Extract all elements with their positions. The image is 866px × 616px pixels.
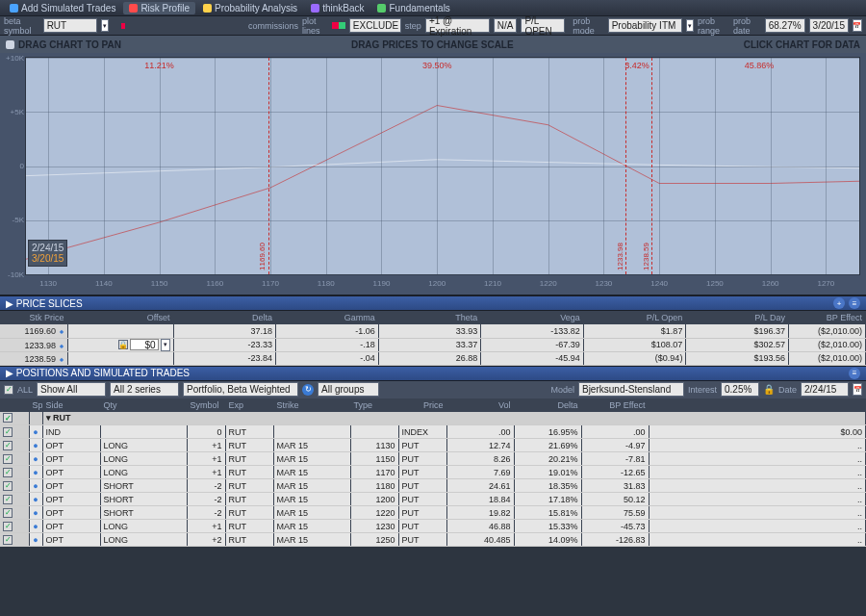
x-tick: 1240 (650, 279, 668, 288)
offset-input[interactable] (130, 339, 159, 350)
col-vega[interactable]: Vega (481, 311, 584, 324)
price-slices-header[interactable]: ▶ PRICE SLICES +≡ (0, 295, 866, 311)
dot-icon[interactable]: ● (29, 439, 42, 452)
beta-symbol-input[interactable]: RUT (43, 18, 97, 33)
x-tick: 1140 (95, 279, 113, 288)
col-offset[interactable]: Offset (67, 311, 173, 324)
probdate-dropdown[interactable]: 📅 (853, 19, 862, 32)
slice-row[interactable]: 1238.59 ⬥-23.84-.0426.88-45.94($0.94)$19… (0, 351, 866, 365)
plopen-select[interactable]: P/L OPEN (521, 18, 565, 33)
refresh-icon[interactable]: ↻ (302, 384, 314, 396)
probrange-label: prob range (698, 16, 729, 36)
beta-symbol-dropdown[interactable]: ▾ (101, 19, 109, 32)
row-check[interactable]: ✓ (3, 495, 13, 504)
pcol-Price[interactable]: Price (398, 398, 446, 412)
position-row[interactable]: ✓●OPTSHORT-2RUTMAR 151220PUT19.8215.81%7… (0, 506, 866, 520)
lock-icon[interactable]: 🔒 (763, 384, 775, 395)
row-check[interactable]: ✓ (3, 468, 13, 477)
col-theta[interactable]: Theta (378, 311, 481, 324)
tab-probability-analysis[interactable]: Probability Analysis (197, 2, 303, 14)
add-slice-icon[interactable]: + (833, 297, 845, 309)
col-bp-effect[interactable]: BP Effect (789, 311, 866, 324)
date-dropdown[interactable]: 📅 (853, 383, 862, 396)
plotlines-select[interactable]: EXCLUDE (349, 18, 401, 33)
position-row[interactable]: ✓●OPTLONG+1RUTMAR 151130PUT12.7421.69%-4… (0, 439, 866, 452)
symbol-row[interactable]: ✓▾ RUT (0, 412, 866, 425)
date-input[interactable]: 2/24/15 (801, 382, 849, 397)
tab-thinkback[interactable]: thinkBack (305, 2, 369, 14)
col-delta[interactable]: Delta (173, 311, 276, 324)
position-row[interactable]: ✓●OPTSHORT-2RUTMAR 151200PUT18.8417.18%5… (0, 493, 866, 506)
breakeven-label: 1233.98 (616, 243, 624, 270)
dot-icon[interactable]: ● (29, 479, 42, 493)
beta-symbol-label: beta symbol (4, 16, 39, 36)
interest-input[interactable]: 0.25% (721, 382, 759, 397)
pcol-Symbol[interactable]: Symbol (187, 398, 225, 412)
pcol-Qty[interactable]: Qty (100, 398, 187, 412)
link-icon[interactable] (121, 23, 126, 29)
interest-label: Interest (688, 385, 717, 395)
dot-icon[interactable]: ● (29, 493, 42, 506)
step-select[interactable]: +1 @ Expiration (425, 18, 490, 33)
col-p-l-open[interactable]: P/L Open (583, 311, 686, 324)
probmode-dropdown[interactable]: ▾ (686, 19, 694, 32)
pcol-BP Effect[interactable]: BP Effect (581, 398, 649, 412)
tab-risk-profile[interactable]: Risk Profile (123, 2, 195, 14)
position-row[interactable]: ✓●OPTLONG+2RUTMAR 151250PUT40.48514.09%-… (0, 533, 866, 547)
position-row[interactable]: ✓●IND0RUTINDEX.0016.95%.00$0.00 (0, 425, 866, 439)
probrange-input[interactable]: 68.27% (765, 18, 805, 33)
mode-select[interactable]: Portfolio, Beta Weighted (183, 382, 298, 397)
show-select[interactable]: Show All (37, 382, 106, 397)
row-check[interactable]: ✓ (3, 481, 13, 491)
top-toolbar: Add Simulated TradesRisk ProfileProbabil… (0, 0, 866, 16)
dot-icon[interactable]: ● (29, 520, 42, 533)
dot-icon[interactable]: ● (29, 452, 42, 466)
pcol-Vol[interactable]: Vol (446, 398, 514, 412)
row-check[interactable]: ✓ (3, 508, 13, 518)
dot-icon[interactable]: ● (29, 466, 42, 479)
date-label: Date (778, 385, 797, 395)
position-row[interactable]: ✓●OPTLONG+1RUTMAR 151230PUT46.8815.33%-4… (0, 520, 866, 533)
probdate-input[interactable]: 3/20/15 (809, 18, 849, 33)
position-row[interactable]: ✓●OPTLONG+1RUTMAR 151150PUT8.2620.21%-7.… (0, 452, 866, 466)
positions-menu-icon[interactable]: ≡ (849, 368, 860, 379)
row-check[interactable]: ✓ (3, 522, 13, 531)
pcol-Strike[interactable]: Strike (273, 398, 350, 412)
row-check[interactable]: ✓ (3, 427, 13, 437)
dot-icon[interactable]: ● (29, 533, 42, 547)
pcol-Type[interactable]: Type (350, 398, 398, 412)
probmode-select[interactable]: Probability ITM (608, 18, 682, 33)
controls-row: beta symbol RUT ▾ commissions plot lines… (0, 16, 866, 36)
x-tick: 1220 (540, 279, 557, 288)
series-select[interactable]: All 2 series (110, 382, 179, 397)
tab-fundamentals[interactable]: Fundamentals (371, 2, 455, 14)
position-row[interactable]: ✓●OPTLONG+1RUTMAR 151170PUT7.6919.01%-12… (0, 466, 866, 479)
slice-menu-icon[interactable]: ≡ (849, 297, 860, 309)
col-gamma[interactable]: Gamma (276, 311, 379, 324)
positions-header[interactable]: ▶ POSITIONS AND SIMULATED TRADES ≡ (0, 366, 866, 381)
pcol-Spread[interactable]: Spread (29, 398, 42, 412)
pcol-Exp[interactable]: Exp (225, 398, 273, 412)
col-stk-price[interactable]: Stk Price (0, 311, 67, 324)
offset-drop[interactable]: ▾ (161, 339, 170, 351)
col-p-l-day[interactable]: P/L Day (686, 311, 789, 324)
positions-body[interactable]: ✓▾ RUT✓●IND0RUTINDEX.0016.95%.00$0.00✓●O… (0, 412, 866, 547)
all-checkbox[interactable]: ✓ (4, 385, 13, 395)
row-check[interactable]: ✓ (3, 454, 13, 464)
row-check[interactable]: ✓ (3, 441, 13, 450)
lock-icon[interactable]: 🔒 (118, 340, 128, 349)
dot-icon[interactable]: ● (29, 506, 42, 520)
x-tick: 1200 (428, 279, 446, 288)
slice-row[interactable]: 1169.60 ⬥37.18-1.0633.93-133.82$1.87$196… (0, 324, 866, 338)
position-row[interactable]: ✓●OPTSHORT-2RUTMAR 151180PUT24.6118.35%3… (0, 479, 866, 493)
risk-chart[interactable]: 2/24/153/20/15 +10K+5K0-5K-10K1130114011… (0, 53, 866, 295)
pcol-Side[interactable]: Side (42, 398, 100, 412)
row-check[interactable]: ✓ (3, 535, 13, 545)
pcol-chk[interactable] (0, 398, 29, 412)
groups-select[interactable]: All groups (318, 382, 379, 397)
slice-row[interactable]: 1233.98 ⬥🔒▾-23.33-.1833.37-67.39$108.07$… (0, 338, 866, 351)
tab-add-simulated-trades[interactable]: Add Simulated Trades (4, 2, 121, 14)
model-select[interactable]: Bjerksund-Stensland (578, 382, 684, 397)
pcol-Delta[interactable]: Delta (514, 398, 581, 412)
dot-icon[interactable]: ● (29, 425, 42, 439)
